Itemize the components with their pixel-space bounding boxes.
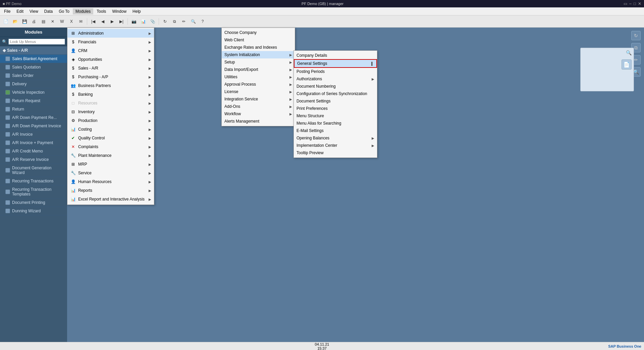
menu-view[interactable]: View [27,8,41,14]
close-icon[interactable]: ✕ [638,1,641,6]
sysinit-item-authorizations[interactable]: Authorizations ▶ [294,75,377,83]
menu-item-mrp[interactable]: ⊞ MRP ▶ [67,160,154,169]
menu-item-complaints[interactable]: ✕ Complaints ▶ [67,142,154,151]
submenu-item-addons[interactable]: Add-Ons ▶ [222,103,295,110]
toolbar-print[interactable]: 🖨 [30,17,38,26]
sidebar-item-recurring-transactions[interactable]: Recurring Transactions [0,177,67,185]
toolbar-help[interactable]: ? [198,17,207,26]
toolbar-word[interactable]: W [58,17,66,26]
sysinit-item-print-preferences[interactable]: Print Preferences [294,105,377,112]
submenu-item-setup[interactable]: Setup ▶ [222,58,295,66]
menu-item-production[interactable]: ⚙ Production ▶ [67,116,154,125]
sidebar-item-delivery[interactable]: Delivery [0,80,67,88]
submenu-item-system-init[interactable]: System Initialization ▶ [222,51,295,58]
menu-help[interactable]: Help [130,8,144,14]
restore-icon[interactable]: – [629,1,632,6]
menu-tools[interactable]: Tools [94,8,109,14]
menu-item-costing[interactable]: 📊 Costing ▶ [67,125,154,134]
sysinit-item-general-settings[interactable]: General Settings ▌ [294,59,377,68]
submenu-item-workflow[interactable]: Workflow ▶ [222,110,295,118]
toolbar-nav2[interactable]: ◀ [98,17,107,26]
menu-item-banking[interactable]: $ Banking ▶ [67,90,154,99]
sidebar-item-return-request[interactable]: Return Request [0,97,67,105]
maximize-icon[interactable]: □ [634,1,636,6]
toolbar-edit[interactable]: ✏ [179,17,188,26]
toolbar-preview[interactable]: ▤ [39,17,48,26]
menu-item-purchasing-ap[interactable]: $ Purchasing - A/P ▶ [67,73,154,81]
menu-edit[interactable]: Edit [14,8,26,14]
sysinit-item-impl-center[interactable]: Implementation Center ▶ [294,142,377,149]
toolbar-close[interactable]: ✕ [48,17,57,26]
sidebar-item-sales-blanket[interactable]: Sales Blanket Agreement [0,55,67,63]
minimize-icon[interactable]: ▭ [624,1,627,6]
menu-item-resources[interactable]: □ Resources ▶ [67,99,154,107]
sidebar-item-sales-order[interactable]: Sales Order [0,72,67,80]
menu-modules[interactable]: Modules [73,8,93,14]
sysinit-item-doc-settings[interactable]: Document Settings [294,97,377,105]
sidebar-item-dunning-wizard[interactable]: Dunning Wizard [0,207,67,215]
toolbar-nav4[interactable]: ▶| [117,17,126,26]
toolbar-camera[interactable]: 📷 [129,17,138,26]
menu-window[interactable]: Window [109,8,129,14]
submenu-item-choose-company[interactable]: Choose Company [222,29,295,36]
menu-item-human-resources[interactable]: 👤 Human Resources ▶ [67,177,154,186]
sidebar-item-ar-down-payment-req[interactable]: A/R Down Payment Re... [0,114,67,122]
menu-item-reports[interactable]: 📊 Reports ▶ [67,186,154,195]
sysinit-item-series-sync[interactable]: Configuration of Series Synchronization [294,90,377,97]
menu-data[interactable]: Data [42,8,55,14]
menu-item-administration[interactable]: ⊞ Administration ▶ [67,29,154,38]
sidebar-module-label[interactable]: ◆ Sales - A/R [0,46,67,55]
toolbar-email[interactable]: ✉ [76,17,85,26]
sidebar-item-ar-reserve-invoice[interactable]: A/R Reserve Invoice [0,156,67,164]
sysinit-item-menu-alias[interactable]: Menu Alias for Searching [294,120,377,127]
sidebar-item-sales-quotation[interactable]: Sales Quotation [0,63,67,72]
toolbar-copy[interactable]: ⧉ [170,17,179,26]
menu-item-opportunities[interactable]: ◈ Opportunities ▶ [67,55,154,64]
sysinit-item-tooltip-preview[interactable]: Tooltip Preview [294,149,377,157]
search-input[interactable] [8,39,65,45]
submenu-item-data-import[interactable]: Data Import/Export ▶ [222,66,295,73]
menu-item-plant-maintenance[interactable]: 🔧 Plant Maintenance ▶ [67,151,154,160]
sysinit-item-menu-structure[interactable]: Menu Structure [294,112,377,120]
sysinit-item-company-details[interactable]: Company Details [294,52,377,59]
submenu-item-web-client[interactable]: Web Client [222,36,295,44]
toolbar-refresh[interactable]: ↻ [161,17,169,26]
submenu-item-utilities[interactable]: Utilities ▶ [222,73,295,81]
sidebar-item-doc-gen-wizard[interactable]: Document Generation Wizard [0,164,67,177]
toolbar-nav1[interactable]: |◀ [89,17,98,26]
sysinit-item-email-settings[interactable]: E-Mail Settings [294,127,377,134]
menu-item-business-partners[interactable]: 👥 Business Partners ▶ [67,81,154,90]
toolbar-search[interactable]: 🔍 [189,17,198,26]
menu-file[interactable]: File [1,8,13,14]
menu-item-inventory[interactable]: ⊟ Inventory ▶ [67,107,154,116]
submenu-item-approval-process[interactable]: Approval Process ▶ [222,81,295,88]
menu-item-financials[interactable]: $ Financials ▶ [67,38,154,46]
submenu-item-alerts[interactable]: Alerts Management [222,118,295,125]
toolbar-attach[interactable]: 📎 [148,17,157,26]
toolbar-new[interactable]: 📄 [1,17,10,26]
submenu-item-exchange-rates[interactable]: Exchange Rates and Indexes [222,44,295,51]
toolbar-chart[interactable]: 📊 [139,17,148,26]
sidebar-item-ar-down-payment-inv[interactable]: A/R Down Payment Invoice [0,122,67,130]
sidebar-item-doc-printing[interactable]: Document Printing [0,199,67,207]
sidebar-item-ar-credit-memo[interactable]: A/R Credit Memo [0,147,67,156]
toolbar-open[interactable]: 📂 [11,17,19,26]
menu-item-excel-report[interactable]: 📊 Excel Report and Interactive Analysis … [67,195,154,204]
menu-item-quality-control[interactable]: ✔ Quality Control ▶ [67,134,154,142]
toolbar-excel[interactable]: X [67,17,76,26]
sidebar-item-recurring-templates[interactable]: Recurring Transaction Templates [0,185,67,199]
sidebar-item-ar-invoice[interactable]: A/R Invoice [0,130,67,139]
menu-item-crm[interactable]: 👤 CRM ▶ [67,46,154,55]
submenu-item-integration[interactable]: Integration Service ▶ [222,95,295,103]
sidebar-item-vehicle-inspection[interactable]: Vehicle Inspection [0,88,67,97]
menu-item-sales-ar[interactable]: $ Sales - A/R ▶ [67,64,154,73]
menu-goto[interactable]: Go To [56,8,72,14]
sysinit-item-doc-numbering[interactable]: Document Numbering [294,83,377,90]
toolbar-save[interactable]: 💾 [20,17,29,26]
sidebar-item-return[interactable]: Return [0,105,67,114]
sysinit-item-opening-balances[interactable]: Opening Balances ▶ [294,134,377,142]
sidebar-item-ar-invoice-payment[interactable]: A/R Invoice + Payment [0,139,67,147]
submenu-item-license[interactable]: License ▶ [222,88,295,95]
sysinit-item-posting-periods[interactable]: Posting Periods [294,68,377,75]
toolbar-nav3[interactable]: ▶ [108,17,116,26]
